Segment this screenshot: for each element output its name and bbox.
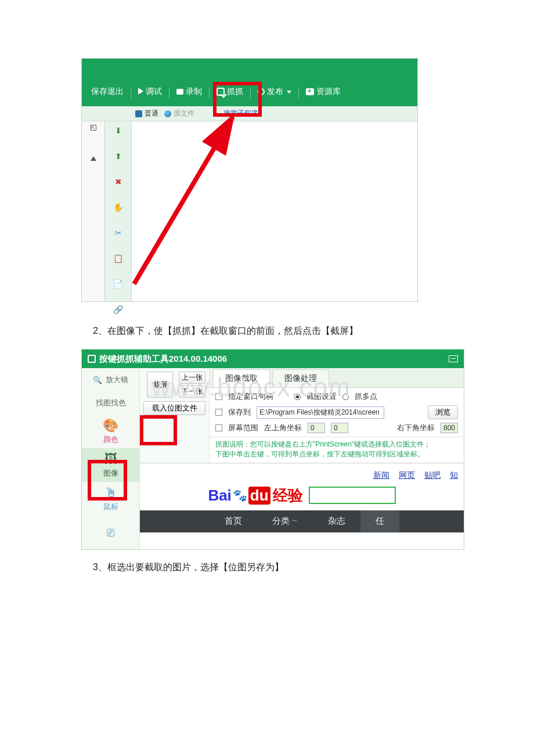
highlight-box-screenshot (140, 415, 177, 445)
tl-x-input[interactable]: 0 (308, 423, 325, 433)
color-item[interactable]: 🎨颜色 (82, 415, 139, 448)
baidu-search-input[interactable] (309, 487, 396, 504)
separator (131, 88, 131, 98)
next-button[interactable]: 下一张 (179, 386, 205, 398)
sliders-icon: ⎚ (107, 525, 114, 540)
multi-point-label: 抓多点 (355, 391, 377, 402)
window-title: 按键抓抓辅助工具2014.00.14006 (99, 354, 227, 365)
separator (209, 88, 210, 98)
nav-home[interactable]: 首页 (210, 510, 257, 532)
baidu-tab-more[interactable]: 知 (450, 470, 458, 481)
prev-button[interactable]: 上一张 (179, 372, 205, 384)
window-handle-label: 指定窗口句柄 (228, 391, 273, 402)
top-left-label: 左上角坐标 (264, 423, 302, 433)
help-line-2: 下图中单击左键，可得到单点坐标，按下左键拖动可得到区域坐标。 (215, 450, 424, 458)
nav-category[interactable]: 分类﹀ (257, 510, 313, 532)
mouse-label: 鼠标 (103, 502, 118, 512)
capture-settings-label: 截图设置 (306, 391, 337, 402)
debug-label: 调试 (146, 87, 162, 97)
library-button[interactable]: 资源库 (302, 85, 344, 98)
search-icon: 🔍 (93, 376, 102, 384)
tl-y-input[interactable]: 0 (331, 423, 348, 433)
step-3-caption: 3、框选出要截取的图片，选择【位图另存为】 (93, 561, 534, 574)
magnifier-item[interactable]: 🔍放大镜 (82, 368, 139, 391)
palette-icon: 🎨 (103, 418, 118, 433)
scroll-up-icon[interactable] (91, 156, 96, 161)
record-icon (176, 89, 183, 95)
magnifier-label: 放大镜 (106, 375, 128, 385)
capture-settings-radio[interactable] (294, 394, 301, 400)
baidu-nav: 首页 分类﹀ 杂志 任 (140, 510, 464, 532)
screenshot-2: 按键抓抓辅助工具2014.00.14006 www.bdocx.com 🔍放大镜… (81, 349, 464, 550)
svg-line-0 (134, 117, 233, 284)
tab-image-capture[interactable]: 图像截取 (213, 369, 270, 387)
play-icon (138, 87, 143, 96)
record-button[interactable]: 录制 (173, 85, 205, 98)
save-to-label: 保存到 (228, 407, 251, 417)
save-exit-button[interactable]: 保存退出 (88, 85, 127, 98)
browse-button[interactable]: 浏览 (428, 405, 458, 419)
baidu-tab-news[interactable]: 新闻 (373, 470, 389, 481)
library-label: 资源库 (316, 87, 341, 97)
publish-label: 发布 (267, 87, 283, 97)
baidu-tab-web[interactable]: 网页 (399, 470, 415, 481)
multi-point-radio[interactable] (342, 394, 349, 400)
load-bitmap-button[interactable]: 载入位图文件 (143, 401, 205, 415)
baidu-logo: Bai🐾du经验 (208, 485, 302, 506)
library-icon (306, 88, 314, 95)
find-image-color-item[interactable]: 找图找色 (82, 391, 139, 415)
screenshot-1: 保存退出 调试 录制 抓抓 发布 资源库 普通 源文件 搜索子程序 ⇱ ⬇ (81, 58, 418, 302)
tab-image-process[interactable]: 图像处理 (272, 369, 329, 387)
capture-tabs: 图像截取 图像处理 (210, 368, 464, 388)
help-line-1: 抓图说明：您可以按键盘右上方"PrintScreen"键或选择载入位图文件； (215, 440, 431, 448)
debug-button[interactable]: 调试 (135, 85, 165, 98)
pin-icon[interactable]: ⇱ (91, 125, 96, 131)
screen-range-label: 屏幕范围 (228, 423, 258, 433)
save-to-checkbox[interactable] (215, 409, 222, 416)
screen-range-checkbox[interactable] (215, 424, 222, 431)
record-label: 录制 (186, 87, 202, 97)
capture-options: 指定窗口句柄 截图设置 抓多点 保存到 E:\Program Files\按 (210, 388, 464, 437)
chevron-down-icon (287, 91, 291, 93)
separator (298, 88, 299, 98)
baidu-tabs: 新闻 网页 贴吧 知 (140, 463, 464, 481)
color-label: 颜色 (103, 434, 118, 445)
minimize-icon[interactable] (449, 355, 458, 362)
step-2-caption: 2、在图像下，使【抓抓】在截取窗口的前面，然后点击【截屏】 (93, 325, 534, 337)
sliders-item[interactable]: ⎚ (82, 516, 139, 549)
nav-task[interactable]: 任 (360, 510, 399, 532)
link-icon[interactable]: 🔗 (112, 305, 125, 314)
bottom-right-label: 右下角坐标 (397, 423, 435, 433)
captured-preview: 新闻 网页 贴吧 知 Bai🐾du经验 首页 分类﹀ 杂志 (140, 463, 464, 543)
app-icon (88, 355, 96, 363)
find-image-color-label: 找图找色 (96, 398, 126, 408)
window-titlebar: 按键抓抓辅助工具2014.00.14006 (82, 350, 464, 368)
screenshot-button[interactable]: 截屏 (147, 372, 173, 398)
br-input[interactable]: 800 (441, 423, 458, 433)
baidu-tab-tieba[interactable]: 贴吧 (424, 470, 441, 481)
highlight-arrow (122, 110, 250, 290)
left-gutter: ⇱ (82, 121, 105, 301)
save-path-input[interactable]: E:\Program Files\按键精灵2014\screen (257, 406, 384, 419)
help-text: 抓图说明：您可以按键盘右上方"PrintScreen"键或选择载入位图文件； 下… (210, 437, 464, 463)
separator (169, 88, 169, 98)
nav-magazine[interactable]: 杂志 (313, 510, 360, 532)
window-handle-checkbox[interactable] (215, 393, 222, 400)
highlight-box-image (88, 460, 127, 501)
left-tool-panel: 🔍放大镜 找图找色 🎨颜色 🖼图像 🖱鼠标 ⎚ (82, 368, 140, 549)
